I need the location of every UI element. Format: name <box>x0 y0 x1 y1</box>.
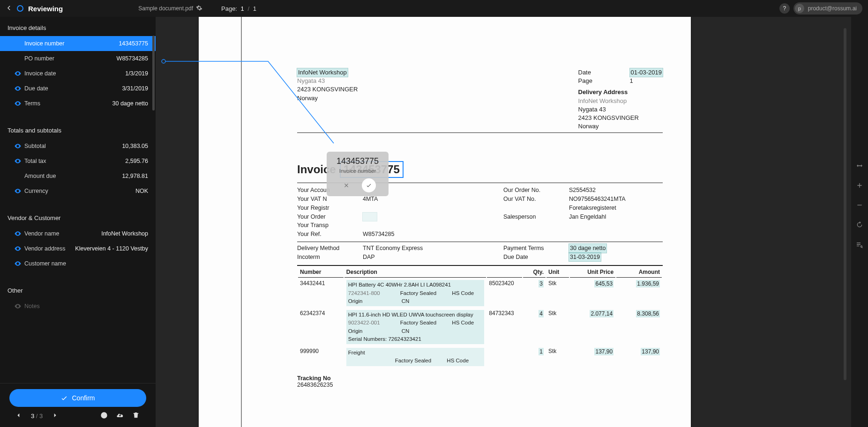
sidebar: Invoice details Invoice number 143453775… <box>0 17 156 427</box>
field-po-number[interactable]: PO number W85734285 <box>0 51 156 66</box>
meta-block: Date01-03-2019 Page1 Delivery Address In… <box>578 68 663 131</box>
status-ring-icon <box>17 5 23 12</box>
doc-right-info: Our Order No.S2554532 Our VAT No.NO97565… <box>503 186 644 239</box>
value-popover: 143453775 Invoice number <box>327 152 389 196</box>
document-name[interactable]: Sample document.pdf <box>138 5 202 13</box>
eye-icon <box>14 260 22 267</box>
search-list-icon[interactable] <box>856 241 863 250</box>
field-terms[interactable]: Terms 30 dage netto <box>0 96 156 111</box>
eye-icon <box>14 302 22 310</box>
trash-icon[interactable] <box>129 412 142 420</box>
field-notes[interactable]: Notes <box>0 299 156 314</box>
document-page[interactable]: InfoNet Workshop Nygata 43 2423 KONGSVIN… <box>199 17 691 427</box>
eye-icon <box>14 157 22 165</box>
zoom-in-icon[interactable] <box>856 182 863 191</box>
status-label: Reviewing <box>28 5 63 13</box>
check-icon <box>60 394 68 402</box>
bottom-controls: 3 / 3 <box>9 407 146 423</box>
field-due-date[interactable]: Due date 3/31/2019 <box>0 81 156 96</box>
sidebar-scrollbar[interactable] <box>152 36 155 110</box>
gear-icon[interactable] <box>196 5 202 13</box>
table-row: 62342374 HPI 11.6-inch HD WLED UWVA touc… <box>298 309 662 346</box>
confirm-button[interactable]: Confirm <box>9 389 146 407</box>
rotate-icon[interactable] <box>856 221 863 230</box>
doc-position: 3 / 3 <box>31 412 43 420</box>
download-icon[interactable] <box>113 412 127 420</box>
svg-point-0 <box>162 59 165 63</box>
field-currency[interactable]: Currency NOK <box>0 184 156 199</box>
field-customer-name[interactable]: Customer name <box>0 256 156 271</box>
user-chip[interactable]: p product@rossum.ai <box>793 2 862 15</box>
section-vendor-customer: Vendor & Customer <box>0 207 156 226</box>
field-vendor-name[interactable]: Vendor name InfoNet Workshop <box>0 226 156 241</box>
section-invoice-details: Invoice details <box>0 17 156 36</box>
field-amount-due[interactable]: Amount due 12,978.81 <box>0 169 156 184</box>
page-indicator: Page: 1 / 1 <box>221 5 256 12</box>
eye-icon <box>14 230 22 237</box>
eye-icon <box>14 70 22 77</box>
sender-block: InfoNet Workshop Nygata 43 2423 KONGSVIN… <box>297 68 358 131</box>
document-workspace[interactable]: InfoNet Workshop Nygata 43 2423 KONGSVIN… <box>156 17 851 427</box>
check-icon <box>366 182 372 189</box>
clock-icon[interactable] <box>97 412 111 420</box>
field-total-tax[interactable]: Total tax 2,595.76 <box>0 154 156 169</box>
popover-accept-button[interactable] <box>362 178 376 192</box>
avatar: p <box>795 4 804 13</box>
field-subtotal[interactable]: Subtotal 10,383.05 <box>0 139 156 154</box>
section-other: Other <box>0 280 156 299</box>
table-row: 999990 Freight Factory Sealed HS Code 1 <box>298 346 662 368</box>
field-invoice-date[interactable]: Invoice date 1/3/2019 <box>0 66 156 81</box>
tracking-block: Tracking No 26483626235 <box>297 375 663 388</box>
field-invoice-number[interactable]: Invoice number 143453775 <box>0 36 156 51</box>
topbar: Reviewing Sample document.pdf Page: 1 / … <box>0 0 868 17</box>
eye-icon <box>14 142 22 150</box>
fit-width-icon[interactable] <box>856 162 863 171</box>
eye-icon <box>14 245 22 252</box>
section-totals: Totals and subtotals <box>0 119 156 139</box>
eye-icon <box>14 187 22 195</box>
workspace-scrollbar[interactable] <box>844 28 846 380</box>
popover-reject-button[interactable] <box>339 178 353 192</box>
table-row: 34432441 HPI Battery 4C 40WHr 2.8AH LI L… <box>298 279 662 308</box>
field-vendor-address[interactable]: Vendor address Kleverveien 4 - 1120 Vest… <box>0 241 156 256</box>
close-icon <box>343 182 350 189</box>
right-tool-strip <box>851 17 868 427</box>
next-doc-button[interactable] <box>49 412 60 420</box>
eye-icon <box>14 100 22 107</box>
prev-doc-button[interactable] <box>13 412 24 420</box>
line-items-table: Number Description Qty. Unit Unit Price … <box>297 265 663 368</box>
zoom-out-icon[interactable] <box>856 201 863 211</box>
back-arrow-icon[interactable] <box>6 5 12 13</box>
eye-icon <box>14 85 22 92</box>
help-button[interactable]: ? <box>779 3 790 14</box>
